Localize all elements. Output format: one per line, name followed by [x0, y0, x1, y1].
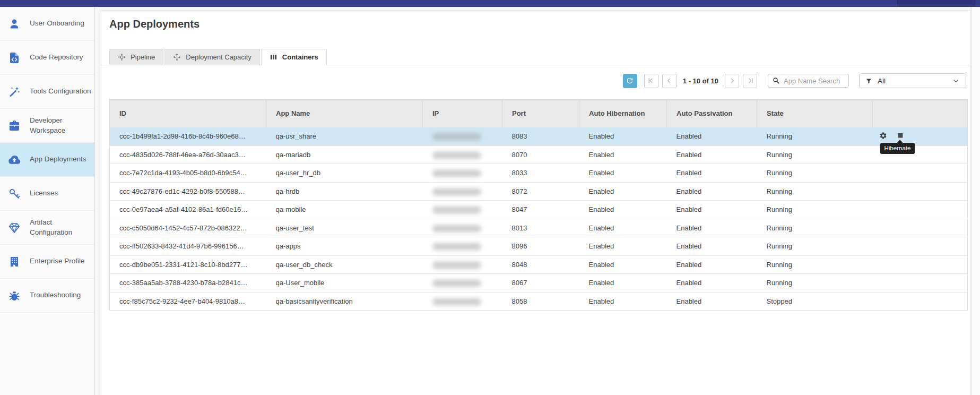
containers-table: ID App Name IP Port Auto Hibernation Aut…	[109, 99, 968, 311]
cell-id: ccc-db9be051-2331-4121-8c10-8bd277…	[110, 255, 266, 274]
page-title: App Deployments	[109, 18, 970, 30]
cell-actions	[873, 274, 968, 293]
sidebar-item-label: Code Repository	[30, 53, 92, 62]
cell-state: Running	[757, 274, 873, 293]
first-page-button[interactable]	[644, 74, 658, 88]
refresh-button[interactable]	[623, 74, 637, 88]
cell-state: Stopped	[757, 292, 873, 311]
cell-auto-hibernation: Enabled	[579, 127, 667, 146]
cell-auto-passivation: Enabled	[667, 237, 757, 256]
sidebar-item[interactable]: Developer Workspace	[0, 109, 94, 143]
cell-actions	[873, 182, 968, 201]
tab[interactable]: Deployment Capacity	[164, 49, 260, 65]
table-row[interactable]: ccc-ff502633-8432-41d4-97b6-996156… qa-a…	[110, 237, 968, 256]
cell-port: 8072	[502, 182, 579, 201]
cell-port: 8047	[502, 201, 579, 219]
ip-redacted-value	[432, 262, 481, 269]
table-row[interactable]: ccc-49c27876-ed1c-4292-b0f8-550588… qa-h…	[110, 182, 968, 201]
cell-id: ccc-f85c75c2-9232-4ee7-b404-9810a8…	[110, 292, 266, 311]
sidebar-item[interactable]: Artifact Configuration	[0, 211, 94, 245]
table-row[interactable]: ccc-0e97aea4-a5af-4102-86a1-fd60e16… qa-…	[110, 201, 968, 219]
cell-auto-hibernation: Enabled	[579, 182, 667, 201]
cell-auto-passivation: Enabled	[667, 274, 757, 293]
cell-auto-hibernation: Enabled	[579, 274, 667, 293]
cell-port: 8067	[502, 274, 579, 293]
stop-square-icon	[897, 132, 904, 139]
columns-icon	[270, 53, 277, 61]
vertical-scrollbar[interactable]	[971, 7, 980, 395]
cell-actions	[873, 164, 968, 183]
sidebar-item-label: Enterprise Profile	[30, 256, 92, 266]
settings-button[interactable]	[879, 132, 887, 140]
cell-actions	[873, 255, 968, 274]
last-page-icon	[747, 77, 754, 84]
cell-port: 8033	[502, 164, 579, 183]
cell-ip	[423, 255, 502, 274]
column-header: Port	[502, 100, 579, 127]
topbar-right-segment	[897, 0, 975, 7]
column-header: Auto Passivation	[667, 100, 757, 127]
next-page-button[interactable]	[725, 74, 739, 88]
tab-label: Deployment Capacity	[186, 53, 251, 61]
sidebar-item[interactable]: Code Repository	[0, 41, 94, 75]
table-row[interactable]: ccc-7e72c1da-4193-4b05-b8d0-6b9c54… qa-u…	[110, 164, 968, 183]
cell-auto-hibernation: Enabled	[579, 164, 667, 183]
sidebar-item-label: Tools Configuration	[30, 87, 92, 96]
sidebar-item[interactable]: Enterprise Profile	[0, 245, 94, 279]
ip-redacted-value	[432, 133, 481, 140]
table-row[interactable]: ccc-c5050d64-1452-4c57-872b-086322… qa-u…	[110, 219, 968, 237]
cell-auto-hibernation: Enabled	[579, 237, 667, 256]
cell-state: Running	[757, 255, 873, 274]
cell-app-name: qa-mariadb	[266, 145, 423, 164]
last-page-button[interactable]	[743, 74, 757, 88]
cell-port: 8058	[502, 292, 579, 311]
cell-auto-passivation: Enabled	[667, 127, 757, 146]
code-file-icon	[8, 51, 21, 64]
cell-id: ccc-385aa5ab-3788-4230-b78a-b2841c…	[110, 274, 266, 293]
cell-ip	[423, 201, 502, 219]
sidebar-item-label: Troubleshooting	[30, 290, 92, 300]
filter-select[interactable]: All	[859, 73, 966, 88]
table-row[interactable]: ccc-f85c75c2-9232-4ee7-b404-9810a8… qa-b…	[110, 292, 968, 311]
table-row[interactable]: ccc-db9be051-2331-4121-8c10-8bd277… qa-u…	[110, 255, 968, 274]
cell-state: Running	[757, 127, 873, 146]
cell-port: 8096	[502, 237, 579, 256]
sidebar-item-label: Licenses	[30, 188, 92, 198]
sidebar-item[interactable]: Tools Configuration	[0, 75, 94, 109]
cell-port: 8048	[502, 255, 579, 274]
ip-redacted-value	[432, 152, 481, 159]
previous-page-button[interactable]	[662, 74, 677, 88]
magic-wand-icon	[8, 85, 21, 98]
cell-auto-passivation: Enabled	[667, 201, 757, 219]
table-row[interactable]: ccc-1b499fa1-2d98-416b-8c4b-960e68… qa-u…	[110, 127, 968, 146]
table-toolbar: 1 - 10 of 10 All	[101, 73, 970, 88]
user-icon	[8, 18, 21, 30]
sidebar-item[interactable]: Licenses	[0, 177, 94, 211]
cell-port: 8083	[502, 127, 579, 146]
cell-state: Running	[757, 182, 873, 201]
top-navigation-bar	[0, 0, 980, 7]
tab[interactable]: Pipeline	[109, 49, 163, 65]
column-header: ID	[110, 100, 266, 127]
table-row[interactable]: ccc-385aa5ab-3788-4230-b78a-b2841c… qa-U…	[110, 274, 968, 293]
table-header-row: ID App Name IP Port Auto Hibernation Aut…	[110, 100, 968, 127]
cell-id: ccc-4835d026-788f-46ea-a76d-30aac3…	[110, 145, 266, 164]
cell-actions	[873, 219, 968, 237]
cell-id: ccc-1b499fa1-2d98-416b-8c4b-960e68…	[110, 127, 266, 146]
cell-actions	[873, 292, 968, 311]
tooltip-label: Hibernate	[884, 145, 911, 151]
sidebar-item[interactable]: App Deployments	[0, 143, 94, 177]
column-header: State	[757, 100, 873, 127]
sidebar-item-label: User Onboarding	[30, 19, 92, 28]
hibernate-button[interactable]	[897, 132, 904, 139]
sidebar-item[interactable]: User Onboarding	[0, 7, 94, 41]
cell-app-name: qa-usr_share	[266, 127, 423, 146]
chevron-right-icon	[729, 77, 736, 84]
tab[interactable]: Containers	[261, 49, 327, 65]
sidebar: User Onboarding Code Repository Tools Co…	[0, 7, 95, 395]
pagination-range: 1 - 10 of 10	[683, 77, 718, 85]
sidebar-item[interactable]: Troubleshooting	[0, 279, 94, 313]
table-row[interactable]: ccc-4835d026-788f-46ea-a76d-30aac3… qa-m…	[110, 145, 968, 164]
key-icon	[8, 187, 21, 200]
filter-selected-value: All	[878, 77, 952, 85]
